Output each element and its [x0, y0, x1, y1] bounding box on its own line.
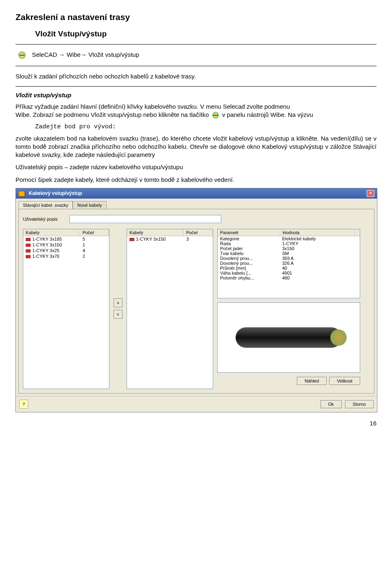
- list-item[interactable]: 1-CYKY 3x702: [23, 253, 109, 259]
- table-row: Dovolený prou...326 A: [218, 261, 360, 266]
- cable-illustration: [236, 327, 342, 348]
- divider: [16, 44, 376, 45]
- dialog-title-text: Kabelový vstup/výstup: [29, 190, 82, 196]
- column-header: Kabely: [127, 229, 184, 236]
- tab-panel: Uživatelský popis Kabely Počet 1-CYKY 3x…: [18, 209, 374, 394]
- move-right-button[interactable]: >: [114, 298, 122, 307]
- paragraph-text: Wibe. Zobrazí se podmenu Vložit vstup/vý…: [16, 111, 211, 118]
- help-icon[interactable]: ?: [19, 400, 28, 409]
- column-header: Kabely: [23, 229, 80, 236]
- cable-icon: [26, 244, 31, 247]
- breadcrumb: SeleCAD → Wibe→ Vložit vstup/výstup: [16, 46, 376, 64]
- list-item[interactable]: 1-CYKY 3x254: [23, 248, 109, 253]
- tab-bar: Stávající kabel. svazky Nové kabely: [16, 199, 377, 209]
- paragraph: Pomocí šipek zadejte kabely, které odchá…: [16, 176, 376, 184]
- section-heading: Vložit Vstup/výstup: [35, 29, 376, 38]
- user-desc-input[interactable]: [69, 215, 221, 223]
- right-panel: Parametr Hodnota KategorieElektrické kab…: [217, 229, 360, 385]
- property-list: Parametr Hodnota KategorieElektrické kab…: [217, 229, 360, 298]
- table-row: Váha kabelu [...4901: [218, 271, 360, 275]
- size-button[interactable]: Velikost: [329, 377, 360, 385]
- divider: [16, 86, 376, 87]
- target-cable-list[interactable]: Kabely Počet 1-CYKY 3x1503: [127, 229, 213, 389]
- user-desc-row: Uživatelský popis: [23, 215, 370, 223]
- divider: [16, 66, 376, 66]
- table-row: Řada1-CYKY: [218, 241, 360, 246]
- column-header: Hodnota: [280, 229, 355, 236]
- page-title: Zakreslení a nastavení trasy: [16, 12, 376, 22]
- dialog-kabelovy-vstup: Kabelový vstup/výstup × Stávající kabel.…: [16, 188, 377, 412]
- table-row: Tvar kabeluSM: [218, 251, 360, 256]
- table-row: Dovolený prou...359 A: [218, 256, 360, 261]
- cable-icon: [26, 249, 31, 253]
- paragraph: zvolte ukazatelem bod na kabelovém svazk…: [16, 134, 376, 159]
- cancel-button[interactable]: Storno: [345, 400, 374, 408]
- preview-button[interactable]: Náhled: [297, 377, 327, 385]
- preview-image: [217, 302, 360, 373]
- page-number: 16: [16, 420, 376, 427]
- list-item[interactable]: 1-CYKY 3x1503: [127, 236, 213, 242]
- subsection-title: Vložit vstup/výstup: [16, 92, 376, 98]
- column-header: Parametr: [218, 229, 280, 236]
- close-icon[interactable]: ×: [367, 190, 374, 197]
- paragraph: Uživatelský popis – zadejte název kabelo…: [16, 163, 376, 171]
- tab-nove-kabely[interactable]: Nové kabely: [73, 201, 107, 209]
- list-item[interactable]: 1-CYKY 3x1501: [23, 242, 109, 248]
- user-desc-label: Uživatelský popis: [23, 217, 64, 221]
- paragraph-text: v panelu nástrojů Wibe. Na výzvu: [222, 111, 313, 118]
- wibe-icon: [18, 51, 26, 59]
- transfer-arrows: > <: [114, 298, 122, 319]
- paragraph: Příkaz vyžaduje zadání hlavní (definiční…: [16, 103, 376, 119]
- breadcrumb-text: SeleCAD → Wibe→ Vložit vstup/výstup: [32, 51, 139, 58]
- cable-icon: [129, 238, 134, 241]
- column-header: Počet: [184, 229, 213, 236]
- paragraph-text: Příkaz vyžaduje zadání hlavní (definiční…: [16, 103, 290, 110]
- column-header: Počet: [80, 229, 109, 236]
- table-row: Poloměr ohybu...480: [218, 275, 360, 280]
- list-item[interactable]: 1-CYKY 3x1855: [23, 236, 109, 242]
- description-text: Slouží k zadání příchozích nebo ochozích…: [16, 68, 376, 85]
- dialog-icon: [18, 191, 25, 197]
- dialog-footer: ? Ok Storno: [16, 396, 377, 412]
- tab-stavajici[interactable]: Stávající kabel. svazky: [18, 201, 73, 209]
- source-cable-list[interactable]: Kabely Počet 1-CYKY 3x1855 1-CYKY 3x1501…: [23, 229, 109, 389]
- cable-icon: [26, 238, 31, 241]
- table-row: Počet jader3x150: [218, 246, 360, 251]
- wibe-icon: [212, 112, 219, 119]
- table-row: Průměr [mm]40: [218, 266, 360, 271]
- ok-button[interactable]: Ok: [321, 400, 342, 408]
- table-row: KategorieElektrické kabely: [218, 236, 360, 241]
- move-left-button[interactable]: <: [114, 310, 122, 319]
- prompt-text: Zadejte bod pro vývod:: [35, 123, 376, 130]
- cable-icon: [26, 255, 31, 258]
- dialog-titlebar: Kabelový vstup/výstup ×: [16, 188, 377, 199]
